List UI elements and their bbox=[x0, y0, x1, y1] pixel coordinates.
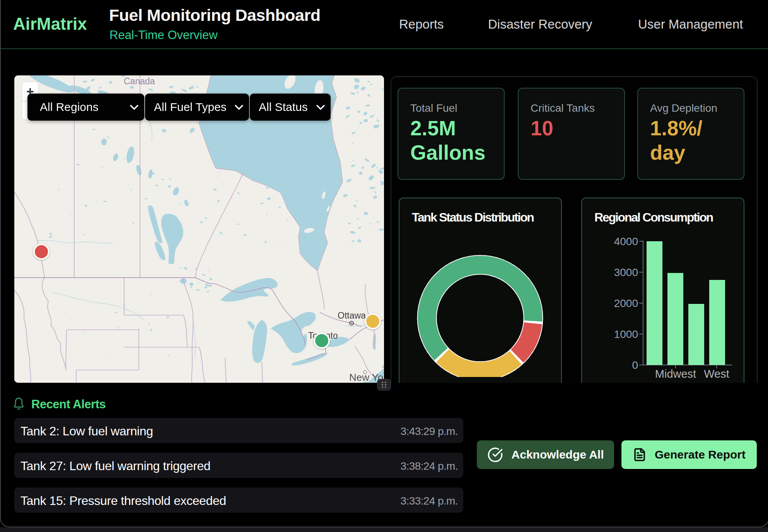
svg-text:3000: 3000 bbox=[614, 266, 638, 278]
svg-text:2000: 2000 bbox=[614, 297, 638, 309]
svg-text:West: West bbox=[704, 368, 729, 380]
svg-text:Ottawa: Ottawa bbox=[338, 310, 366, 321]
svg-text:0: 0 bbox=[632, 359, 638, 371]
svg-text:1000: 1000 bbox=[614, 328, 638, 340]
svg-text:4000: 4000 bbox=[614, 235, 638, 247]
svg-text:Canada: Canada bbox=[124, 76, 155, 86]
svg-text:Midwest: Midwest bbox=[655, 368, 696, 380]
